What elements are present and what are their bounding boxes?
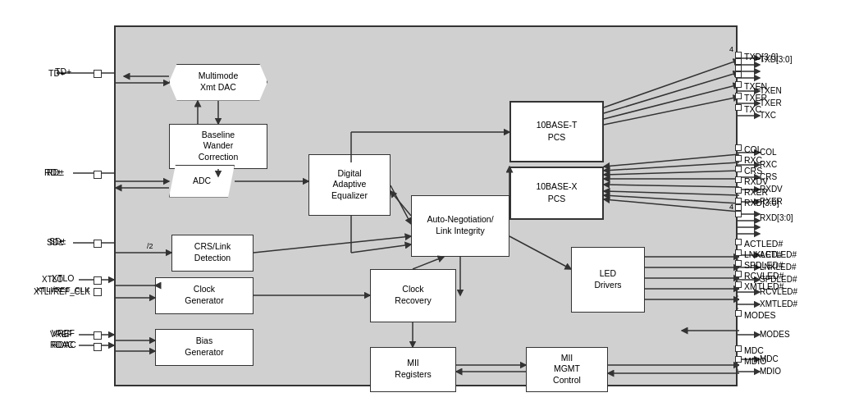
svg-line-141 — [604, 171, 739, 175]
main-box: MultimodeXmt DAC BaselineWanderCorrectio… — [114, 25, 738, 386]
crs-label: CRS — [744, 166, 762, 176]
right-connector-20 — [735, 281, 742, 288]
svg-text:TXC: TXC — [760, 111, 776, 120]
right-connector-19 — [735, 271, 742, 277]
bias-generator-block: BiasGenerator — [155, 329, 254, 366]
rxer-label: RXER — [744, 187, 768, 197]
baseline-wander-label: BaselineWanderCorrection — [199, 130, 238, 163]
vref-connector — [94, 331, 102, 340]
base10t-pcs-block: 10BASE-TPCS — [509, 101, 604, 162]
svg-line-143 — [604, 185, 739, 187]
svg-line-107 — [391, 185, 411, 224]
svg-line-135 — [604, 72, 739, 113]
right-connector-18 — [735, 260, 742, 267]
td-plus-connector — [94, 70, 102, 78]
right-connector-5 — [735, 81, 742, 88]
svg-text:4: 4 — [729, 203, 733, 211]
mdio-label: MDIO — [744, 356, 766, 366]
right-connector-22 — [735, 345, 742, 352]
right-connector-6 — [735, 93, 742, 99]
right-connector-4 — [735, 71, 742, 78]
svg-line-140 — [604, 162, 739, 171]
svg-line-134 — [604, 60, 739, 107]
svg-line-147 — [604, 199, 739, 212]
lnkled-label: LNKLED# — [744, 249, 783, 259]
digital-adaptive-eq-block: DigitalAdaptiveEqualizer — [308, 154, 391, 216]
base10x-pcs-block: 10BASE-XPCS — [509, 167, 604, 220]
xtli-connector — [94, 288, 102, 296]
txc-label: TXC — [744, 104, 761, 114]
svg-text:RXD[3:0]: RXD[3:0] — [760, 213, 793, 222]
td-plus-label: TD+ — [55, 66, 71, 76]
right-connector-23 — [735, 356, 742, 363]
mii-registers-label: MIIRegisters — [395, 358, 431, 380]
sd-pm-label: SD± — [49, 236, 66, 246]
bias-generator-label: BiasGenerator — [185, 336, 223, 358]
base10x-pcs-label: 10BASE-XPCS — [536, 180, 577, 204]
xtlo-label: XTLO — [52, 273, 74, 283]
vref-label: VREF — [52, 328, 75, 338]
right-connector-11 — [735, 176, 742, 183]
digital-adaptive-eq-label: DigitalAdaptiveEqualizer — [331, 168, 368, 202]
txer-label: TXER — [744, 93, 767, 103]
svg-line-136 — [604, 84, 739, 119]
baseline-wander-block: BaselineWanderCorrection — [169, 124, 267, 169]
clock-generator-block: ClockGenerator — [155, 277, 254, 314]
svg-line-113 — [254, 236, 411, 253]
rcvled-label: RCVLED# — [744, 271, 783, 281]
rdac-connector — [94, 343, 102, 351]
rxc-label: RXC — [744, 155, 762, 165]
svg-line-121 — [413, 257, 444, 269]
actled-label: ACTLED# — [744, 239, 783, 249]
right-connector-9 — [735, 155, 742, 162]
modes-label: MODES — [744, 310, 776, 320]
svg-line-146 — [604, 195, 739, 203]
mii-registers-block: MIIRegisters — [370, 347, 456, 392]
rxdv-label: RXDV — [744, 176, 768, 186]
crs-link-block: CRS/LinkDetection — [171, 235, 254, 272]
xtlo-connector — [94, 276, 102, 285]
right-connector-15 — [735, 211, 742, 217]
base10t-pcs-label: 10BASE-TPCS — [537, 119, 578, 143]
xtli-label: XTLI/REF_CLK — [36, 285, 89, 294]
svg-line-144 — [604, 191, 739, 195]
xmtled-label: XMTLED# — [744, 281, 783, 291]
right-connector-16 — [735, 239, 742, 245]
svg-line-137 — [604, 97, 739, 125]
right-connector-13 — [735, 198, 742, 204]
txen-label: TXEN — [744, 81, 767, 91]
right-connector-21 — [735, 310, 742, 317]
svg-line-108 — [391, 191, 411, 216]
right-connector-3 — [735, 65, 742, 71]
svg-line-115 — [509, 236, 571, 269]
spdled-label: SPDLED# — [744, 260, 783, 270]
auto-neg-label: Auto-Negotiation/Link Integrity — [427, 214, 493, 236]
crs-link-label: CRS/LinkDetection — [194, 241, 231, 263]
right-connector-17 — [735, 249, 742, 256]
right-connector-7 — [735, 104, 742, 111]
svg-text:MODES: MODES — [760, 330, 790, 339]
diagram-container: TD+ RD± SD± /2 XTLO XTLI/REF_CLK VREF RD… — [32, 17, 836, 395]
multimode-xmt-dac-label: MultimodeXmt DAC — [199, 71, 238, 93]
clock-recovery-block: ClockRecovery — [370, 269, 456, 322]
sd-pm-connector — [94, 240, 102, 248]
rd-pm-label: RD± — [47, 167, 64, 177]
rdac-label: RDAC — [52, 340, 76, 349]
svg-text:/2: /2 — [147, 242, 153, 250]
mdc-label: MDC — [744, 345, 764, 355]
led-drivers-block: LEDDrivers — [571, 247, 645, 313]
right-connector-12 — [735, 187, 742, 194]
svg-text:MDIO: MDIO — [760, 367, 781, 376]
right-connector-8 — [735, 144, 742, 151]
rd-pm-connector — [94, 171, 102, 179]
multimode-xmt-dac-block: MultimodeXmt DAC — [169, 64, 267, 101]
col-label: COL — [744, 144, 762, 154]
mii-mgmt-label: MIIMGMTControl — [553, 353, 581, 386]
adc-label: ADC — [193, 176, 211, 187]
rxd-label: RXD[3:0] — [744, 198, 779, 208]
right-connector-2 — [735, 58, 742, 65]
clock-generator-label: ClockGenerator — [185, 284, 223, 306]
led-drivers-label: LEDDrivers — [594, 268, 621, 290]
auto-neg-block: Auto-Negotiation/Link Integrity — [411, 195, 509, 257]
mii-mgmt-block: MIIMGMTControl — [526, 347, 608, 392]
